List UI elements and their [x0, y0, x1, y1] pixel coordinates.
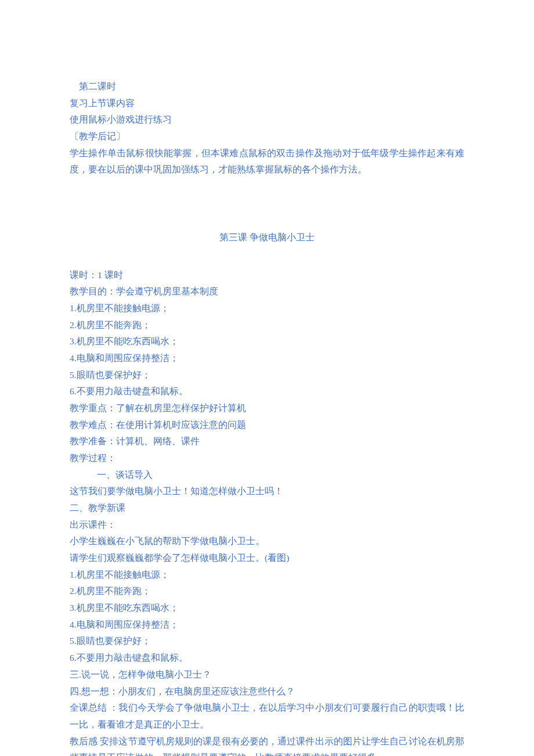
doc-line: 〔教学后记〕 [70, 128, 464, 145]
doc-line: 使用鼠标小游戏进行练习 [70, 111, 464, 128]
doc-line: 3.机房里不能吃东西喝水； [70, 333, 464, 350]
doc-line: 5.眼睛也要保护好； [70, 367, 464, 384]
doc-paragraph: 教后感 安排这节遵守机房规则的课是很有必要的，通过课件出示的图片让学生自己讨论在… [70, 733, 464, 756]
doc-line: 复习上节课内容 [70, 95, 464, 112]
doc-line: 二、教学新课 [70, 500, 464, 517]
doc-paragraph: 全课总结 ：我们今天学会了争做电脑小卫士，在以后学习中小朋友们可要履行自己的职责… [70, 700, 464, 733]
doc-line: 四.想一想：小朋友们，在电脑房里还应该注意些什么？ [70, 683, 464, 700]
doc-line: 教学目的：学会遵守机房里基本制度 [70, 283, 464, 300]
doc-line: 教学难点：在使用计算机时应该注意的问题 [70, 417, 464, 434]
doc-line: 小学生巍巍在小飞鼠的帮助下学做电脑小卫士。 [70, 533, 464, 550]
doc-line: 4.电脑和周围应保持整洁； [70, 350, 464, 367]
doc-line: 1.机房里不能接触电源； [70, 300, 464, 317]
doc-line: 6.不要用力敲击键盘和鼠标。 [70, 650, 464, 667]
doc-line: 教学准备：计算机、网络、课件 [70, 433, 464, 450]
doc-line: 一、谈话导入 [70, 467, 464, 484]
doc-line: 2.机房里不能奔跑； [70, 583, 464, 600]
doc-line: 1.机房里不能接触电源； [70, 567, 464, 584]
doc-line: 课时：1 课时 [70, 267, 464, 284]
doc-line: 教学过程： [70, 450, 464, 467]
doc-line: 请学生们观察巍巍都学会了怎样做电脑小卫士。(看图) [70, 550, 464, 567]
doc-line: 3.机房里不能吃东西喝水； [70, 600, 464, 617]
doc-line: 出示课件： [70, 517, 464, 534]
doc-line: 这节我们要学做电脑小卫士！知道怎样做小卫士吗！ [70, 483, 464, 500]
doc-line: 5.眼睛也要保护好； [70, 633, 464, 650]
doc-line: 教学重点：了解在机房里怎样保护好计算机 [70, 400, 464, 417]
doc-paragraph: 学生操作单击鼠标很快能掌握，但本课难点鼠标的双击操作及拖动对于低年级学生操作起来… [70, 145, 464, 178]
doc-line: 三.说一说，怎样争做电脑小卫士？ [70, 667, 464, 683]
doc-line: 4.电脑和周围应保持整洁； [70, 617, 464, 633]
doc-line: 6.不要用力敲击键盘和鼠标。 [70, 383, 464, 400]
doc-line: 第二课时 [70, 78, 464, 95]
doc-line: 2.机房里不能奔跑； [70, 317, 464, 334]
section-title: 第三课 争做电脑小卫士 [70, 229, 464, 246]
